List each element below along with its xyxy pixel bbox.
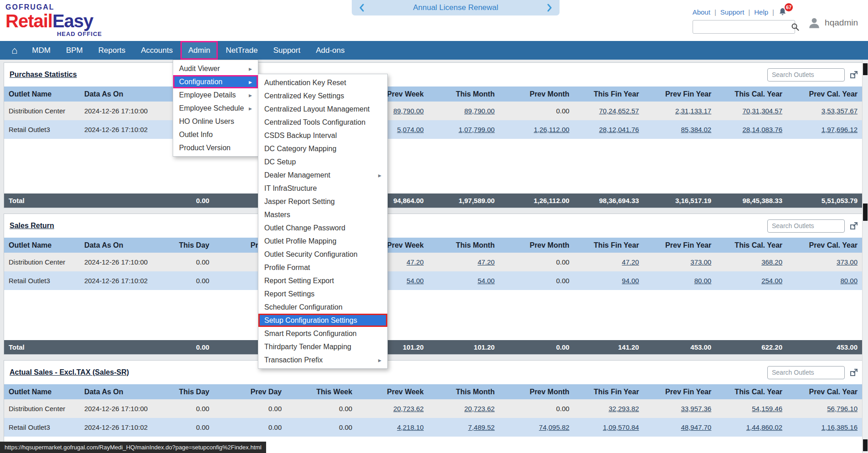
menu-item-dealer-management[interactable]: Dealer Management▸ <box>258 168 387 182</box>
user-menu[interactable]: hqadmin <box>808 16 858 29</box>
value-link[interactable]: 20,723.62 <box>393 405 424 412</box>
nav-home[interactable]: ⌂ <box>5 41 24 60</box>
value-link[interactable]: 373.00 <box>837 258 858 266</box>
value-link[interactable]: 4,218.10 <box>397 423 424 431</box>
notification-bell[interactable]: 67 <box>768 7 787 16</box>
menu-item-report-settings[interactable]: Report Settings <box>258 287 387 300</box>
outlet-search-input[interactable] <box>767 68 845 81</box>
value-link[interactable]: 70,31,304.57 <box>742 107 782 115</box>
menu-item-dc-category-mapping[interactable]: DC Category Mapping <box>258 142 387 155</box>
menu-item-product-version[interactable]: Product Version <box>173 141 258 154</box>
menu-item-employee-schedule[interactable]: Employee Schedule▸ <box>173 102 258 115</box>
value-link[interactable]: 5,074.00 <box>397 126 424 133</box>
value-link[interactable]: 89,790.00 <box>464 107 495 115</box>
banner-prev-icon[interactable] <box>359 4 365 12</box>
nav-item-nettrade[interactable]: NetTrade <box>218 41 265 60</box>
value-link[interactable]: 54,159.46 <box>752 405 782 412</box>
menu-item-centralized-key-settings[interactable]: Centralized Key Settings <box>258 89 387 102</box>
nav-item-mdm[interactable]: MDM <box>24 41 58 60</box>
menu-item-jasper-report-setting[interactable]: Jasper Report Setting <box>258 195 387 208</box>
value-link[interactable]: 254.00 <box>761 277 782 285</box>
value-link[interactable]: 47.20 <box>406 258 424 266</box>
value-link[interactable]: 80.00 <box>840 277 858 285</box>
outlet-name-cell: Distribution Center <box>4 102 80 120</box>
menu-item-thirdparty-tender-mapping[interactable]: Thirdparty Tender Mapping <box>258 340 387 353</box>
banner-next-icon[interactable] <box>547 4 552 12</box>
menu-item-configuration[interactable]: Configuration▸ <box>173 75 258 88</box>
menu-item-outlet-profile-mapping[interactable]: Outlet Profile Mapping <box>258 234 387 248</box>
value-link[interactable]: 54.00 <box>478 277 495 285</box>
panel-title-purchase-statistics[interactable]: Purchase Statistics <box>10 71 77 79</box>
menu-item-employee-details[interactable]: Employee Details▸ <box>173 88 258 102</box>
value-link[interactable]: 47.20 <box>622 258 639 266</box>
value-link[interactable]: 1,07,799.00 <box>458 126 494 133</box>
menu-item-centralized-layout-management[interactable]: Centralized Layout Management <box>258 102 387 116</box>
menu-item-outlet-security-configuration[interactable]: Outlet Security Configuration <box>258 248 387 261</box>
value-link[interactable]: 3,53,357.67 <box>822 107 858 115</box>
value-link[interactable]: 1,09,570.84 <box>603 423 639 431</box>
menu-item-dc-setup[interactable]: DC Setup <box>258 155 387 168</box>
header-link-about[interactable]: About <box>693 8 710 16</box>
value-link[interactable]: 1,16,385.16 <box>822 423 858 431</box>
menu-item-it-infrastructure[interactable]: IT InfraStructure <box>258 182 387 195</box>
table-filler-row <box>4 290 864 340</box>
value-link[interactable]: 94.00 <box>622 277 639 285</box>
menu-item-outlet-info[interactable]: Outlet Info <box>173 128 258 141</box>
value-link[interactable]: 2,31,133.17 <box>675 107 711 115</box>
value-link[interactable]: 89,790.00 <box>393 107 424 115</box>
value-link[interactable]: 56,796.10 <box>827 405 858 412</box>
menu-item-profile-format[interactable]: Profile Format <box>258 261 387 274</box>
value-link[interactable]: 74,095.82 <box>539 423 570 431</box>
nav-item-reports[interactable]: Reports <box>91 41 134 60</box>
scrollbar-down-arrow[interactable] <box>863 439 868 451</box>
menu-item-smart-reports-configuration[interactable]: Smart Reports Configuration <box>258 327 387 340</box>
menu-item-authentication-key-reset[interactable]: Authentication Key Reset <box>258 76 387 89</box>
value-link[interactable]: 47.20 <box>478 258 495 266</box>
nav-item-support[interactable]: Support <box>266 41 308 60</box>
value-link[interactable]: 1,26,112.00 <box>534 126 569 133</box>
menu-item-ho-online-users[interactable]: HO Online Users <box>173 115 258 128</box>
value-link[interactable]: 48,947.70 <box>681 423 711 431</box>
menu-item-transaction-prefix[interactable]: Transaction Prefix▸ <box>258 353 387 366</box>
menu-item-csds-backup-interval[interactable]: CSDS Backup Interval <box>258 129 387 142</box>
value-link[interactable]: 28,12,041.76 <box>599 126 639 133</box>
value-link[interactable]: 85,384.02 <box>681 126 711 133</box>
header-link-help[interactable]: Help <box>744 8 768 16</box>
header-search-input[interactable] <box>693 20 791 33</box>
expand-icon[interactable] <box>849 70 858 79</box>
value-link[interactable]: 80.00 <box>694 277 712 285</box>
value-link[interactable]: 32,293.82 <box>609 405 639 412</box>
expand-icon[interactable] <box>849 368 858 377</box>
value-link[interactable]: 54.00 <box>406 277 424 285</box>
nav-item-bpm[interactable]: BPM <box>58 41 91 60</box>
value-link[interactable]: 7,489.52 <box>468 423 494 431</box>
value-link[interactable]: 1,97,696.12 <box>822 126 858 133</box>
header-link-support[interactable]: Support <box>710 8 744 16</box>
menu-item-scheduler-configuration[interactable]: Scheduler Configuration <box>258 300 387 314</box>
nav-item-accounts[interactable]: Accounts <box>133 41 180 60</box>
value-link[interactable]: 33,957.36 <box>681 405 711 412</box>
value-link[interactable]: 373.00 <box>690 258 711 266</box>
nav-item-add-ons[interactable]: Add-ons <box>308 41 352 60</box>
menu-item-outlet-change-password[interactable]: Outlet Change Password <box>258 221 387 234</box>
value-link[interactable]: 1,44,860.02 <box>746 423 782 431</box>
panel-title-actual-sales[interactable]: Actual Sales - Excl.TAX (Sales-SR) <box>10 368 129 377</box>
menu-item-setup-configuration-settings[interactable]: Setup Configuration Settings <box>258 314 387 327</box>
scrollbar-up-arrow[interactable] <box>863 63 868 75</box>
vertical-scrollbar[interactable] <box>862 60 868 453</box>
value-link[interactable]: 28,14,083.76 <box>742 126 782 133</box>
menu-item-masters[interactable]: Masters <box>258 208 387 221</box>
value-link[interactable]: 368.20 <box>761 258 782 266</box>
value-link[interactable]: 20,723.62 <box>464 405 495 412</box>
menu-item-centralized-tools-configuration[interactable]: Centralized Tools Configuration <box>258 116 387 129</box>
menu-item-report-setting-export[interactable]: Report Setting Export <box>258 274 387 287</box>
nav-item-admin[interactable]: Admin <box>180 41 218 60</box>
value-link[interactable]: 70,24,652.57 <box>599 107 639 115</box>
expand-icon[interactable] <box>849 221 858 230</box>
scrollbar-thumb[interactable] <box>863 204 868 221</box>
outlet-search-input[interactable] <box>767 366 845 379</box>
outlet-search-input[interactable] <box>767 219 845 233</box>
search-icon[interactable] <box>791 23 799 31</box>
panel-title-sales-return[interactable]: Sales Return <box>10 222 54 230</box>
menu-item-audit-viewer[interactable]: Audit Viewer▸ <box>173 62 258 75</box>
